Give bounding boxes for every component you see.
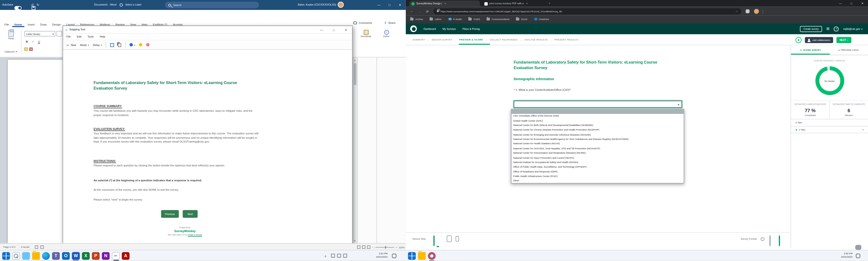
preview-logic-tab[interactable]: ▸ PREVIEW LOGIC [830, 45, 868, 55]
delay-dropdown[interactable]: Delay▾ [93, 43, 102, 46]
snip-menu-tools[interactable]: Tools [88, 35, 94, 38]
read-mode-icon[interactable] [357, 245, 361, 249]
accessibility-icon[interactable] [40, 245, 44, 249]
chrome-close-button[interactable]: ✕ [857, 0, 868, 7]
snip-maximize-button[interactable]: □ [328, 25, 340, 34]
ribbon-tab-home[interactable]: Home [12, 21, 24, 27]
workflow-step-design-survey[interactable]: DESIGN SURVEY [432, 34, 459, 45]
forward-icon[interactable]: → [416, 9, 424, 13]
previous-button[interactable]: Previous [161, 210, 179, 218]
snip-menu-edit[interactable]: Edit [77, 35, 82, 38]
scrollbar-thumb[interactable] [354, 63, 356, 85]
notifications-icon[interactable] [392, 254, 396, 258]
sensitivity-button[interactable]: Sensitivity [357, 30, 375, 38]
workflow-step-analyze-results[interactable]: ANALYZE RESULTS [524, 34, 554, 45]
dropdown-option-national-center-for-immunization-and-respiratory-diseases-ncird[interactable]: National Center for Immunization and Res… [512, 151, 684, 155]
refresh-icon[interactable]: ⟳ [424, 9, 431, 13]
account-name[interactable]: Baker, Kaylan (CDC/OCIO/OLSS) [298, 3, 336, 6]
score-survey-tab[interactable]: ◎ SCORE SURVEY [791, 45, 830, 55]
bookmark-olss[interactable]: OLSS [516, 17, 527, 20]
workflow-next-button[interactable]: NEXT › [836, 37, 851, 43]
clock[interactable]: 2:52 PM 10/31/2023 [360, 252, 388, 258]
dropdown-option-national-center-for-injury-prevention-and-control-ncipc[interactable]: National Center for Injury Prevention an… [512, 155, 684, 160]
chrome-menu-icon[interactable]: ⋮ [759, 9, 767, 13]
dropdown-option-national-center-for-birth-defects-and-developmental-disabilities-ncbddd[interactable]: National Center for Birth Defects and De… [512, 123, 684, 127]
chat-beacon[interactable] [855, 245, 861, 250]
phone-view-icon[interactable] [456, 236, 459, 241]
snip-menu-file[interactable]: File [66, 35, 71, 38]
chrome-taskbar-icon[interactable] [428, 252, 436, 260]
word-icon[interactable]: W [72, 252, 80, 260]
one-question-format-icon[interactable] [779, 235, 780, 246]
dropdown-option-other[interactable]: Other [512, 178, 684, 183]
highlighter-tool[interactable] [139, 43, 142, 46]
format-info-icon[interactable]: ? [761, 237, 765, 241]
browser-tab-2[interactable]: print survey monkey PDF with a ✕ [482, 0, 544, 6]
underline-button[interactable]: U [37, 40, 42, 43]
zoom-out-button[interactable]: − [372, 246, 374, 249]
bookmark-archive[interactable]: Archive [410, 17, 423, 20]
ribbon-tab-file[interactable]: File [2, 21, 11, 27]
dropdown-option-national-center-for-hiv-aids-viral-hepatitis-std-and-tb-prevention-nchhstp[interactable]: National Center for HIV/AIDS, Viral Hepa… [512, 146, 684, 150]
autosave-toggle[interactable] [14, 6, 22, 10]
word-vertical-scrollbar[interactable]: ▲ ▼ [353, 58, 357, 243]
new-tab-button[interactable]: + [549, 2, 550, 5]
print-layout-icon[interactable] [362, 245, 366, 249]
dropdown-option-national-center-for-health-statistics-nchs[interactable]: National Center for Health Statistics (N… [512, 141, 684, 146]
dropdown-option-office-of-public-health-data-surveillance-and-technology-ophdst[interactable]: Office of Public Health Data, Surveillan… [512, 164, 684, 169]
hidden-icons-chevron[interactable]: ∧ [324, 254, 326, 258]
network-icon[interactable] [337, 254, 341, 258]
workflow-step-present-results[interactable]: PRESENT RESULTS [555, 34, 584, 45]
start-button-2[interactable] [408, 252, 416, 260]
workflow-step-preview-score[interactable]: PREVIEW & SCORE [459, 34, 490, 45]
file-explorer-icon-2[interactable] [418, 252, 426, 260]
new-snip-button[interactable]: ✂ New [66, 43, 76, 47]
dropdown-option-cdc-immediate-office-of-the-director-iod[interactable]: CDC Immediate Office of the Director (IO… [512, 114, 684, 118]
dropdown-option-national-center-for-chronic-disease-prevention-and-health-promotion-ncdphp[interactable]: National Center for Chronic Disease Prev… [512, 127, 684, 132]
web-layout-icon[interactable] [367, 245, 371, 249]
cio-select[interactable]: ▾ [514, 101, 682, 108]
snip-close-button[interactable]: ✕ [340, 25, 352, 34]
zoom-level[interactable]: 110% [399, 246, 405, 249]
bookmark-onedrive[interactable]: OneDrive [534, 17, 549, 20]
widgets-icon[interactable] [22, 252, 30, 260]
excel-icon[interactable]: X [82, 252, 90, 260]
tablet-view-icon[interactable] [447, 235, 452, 242]
clipboard-group-label[interactable]: Clipboard▾ [4, 50, 17, 53]
workflow-step-collect-responses[interactable]: COLLECT RESPONSES [490, 34, 524, 45]
bookmark-star-icon[interactable]: ☆ [735, 9, 738, 13]
ribbon-tab-design[interactable]: Design [50, 21, 63, 27]
snip-minimize-button[interactable]: — [316, 25, 328, 34]
page-indicator[interactable]: Page 2 of 2 [3, 245, 16, 248]
profile-avatar[interactable] [754, 9, 759, 14]
chrome-maximize-button[interactable]: □ [846, 0, 857, 7]
select-label-button[interactable]: Select a Label [125, 3, 141, 6]
pen-tool[interactable]: ▾ [129, 43, 135, 46]
tab-close-icon[interactable]: ✕ [444, 2, 446, 5]
dropdown-option-national-center-for-emerging-and-zoonotic-infectious-diseases-ncezid[interactable]: National Center for Emerging and Zoonoti… [512, 132, 684, 137]
snip-copy-icon[interactable] [118, 43, 121, 47]
snipping-tool-taskbar-icon[interactable]: ✂ [112, 252, 120, 260]
search-box[interactable]: Search [165, 2, 259, 8]
zoom-slider[interactable] [375, 247, 394, 247]
onedrive-tray-icon[interactable] [331, 254, 335, 258]
help-icon[interactable]: ? [834, 26, 839, 31]
start-button[interactable] [2, 252, 10, 260]
tips-row-2[interactable]: ◆ 3 Tips ▾ [791, 126, 868, 133]
undo-icon[interactable]: ↺ [31, 3, 34, 6]
restore-button[interactable]: □ [385, 0, 394, 10]
highlight-color-button[interactable] [24, 47, 28, 51]
eraser-tool[interactable] [146, 43, 150, 46]
editor-button[interactable]: Editor [378, 30, 395, 38]
chrome-minimize-button[interactable]: — [835, 0, 846, 7]
dropdown-option-blank[interactable] [512, 110, 684, 114]
snip-save-icon[interactable] [110, 43, 114, 47]
dropdown-option-national-institute-for-occupational-safety-and-health-niosh[interactable]: National Institute for Occupational Safe… [512, 160, 684, 164]
font-name-select[interactable]: Calibri (Body)▾ [24, 31, 56, 37]
redo-icon[interactable]: ↻ [37, 3, 39, 6]
taskbar-search-icon[interactable] [12, 252, 20, 260]
clock-2[interactable]: 2:52 PM 10/31/2023 [825, 252, 852, 258]
bookmark-ches[interactable]: CHES [468, 17, 480, 20]
extensions-icon[interactable] [746, 9, 750, 13]
browser-tab-active[interactable]: SurveyMonkey Design | ✕ [409, 0, 480, 6]
